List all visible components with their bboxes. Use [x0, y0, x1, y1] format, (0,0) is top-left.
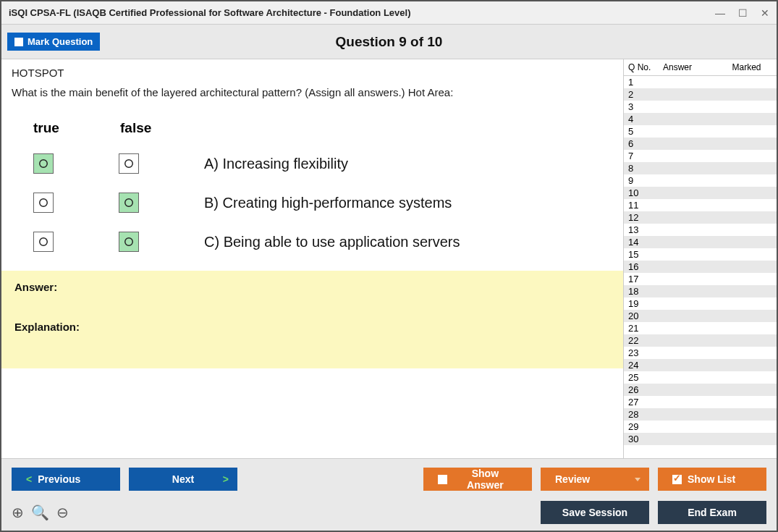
question-list-row[interactable]: 9 — [624, 174, 777, 187]
question-list-row[interactable]: 6 — [624, 138, 777, 150]
question-list-row[interactable]: 24 — [624, 359, 777, 371]
question-list[interactable]: 1234567891011121314151617181920212223242… — [624, 76, 777, 458]
radio-true-option-0[interactable] — [33, 153, 54, 174]
zoom-in-icon[interactable]: ⊕ — [12, 504, 24, 521]
question-list-row[interactable]: 3 — [624, 101, 777, 113]
qno-cell: 12 — [628, 212, 663, 223]
radio-true-option-2[interactable] — [33, 232, 54, 252]
hotspot-row: B) Creating high-performance systems — [33, 193, 613, 213]
qno-cell: 24 — [628, 360, 663, 371]
col-qno: Q No. — [628, 62, 663, 72]
qno-cell: 20 — [628, 311, 663, 321]
mark-question-button[interactable]: Mark Question — [7, 33, 100, 51]
question-list-row[interactable]: 27 — [624, 396, 777, 408]
chevron-left-icon: < — [26, 473, 32, 485]
question-type-label: HOTSPOT — [12, 67, 613, 79]
mark-question-label: Mark Question — [28, 36, 93, 47]
qno-cell: 4 — [628, 114, 663, 124]
review-label: Review — [555, 473, 590, 485]
minimize-icon[interactable]: — — [715, 7, 725, 19]
previous-button[interactable]: < Previous — [12, 468, 120, 491]
radio-false-option-2[interactable] — [119, 232, 139, 252]
titlebar: iSQI CPSA-FL (ISAQB Certified Profession… — [1, 1, 777, 25]
question-list-row[interactable]: 15 — [624, 248, 777, 261]
question-list-row[interactable]: 7 — [624, 150, 777, 162]
question-list-row[interactable]: 30 — [624, 433, 777, 445]
question-list-row[interactable]: 23 — [624, 347, 777, 359]
previous-label: Previous — [38, 473, 80, 485]
question-list-row[interactable]: 8 — [624, 162, 777, 174]
question-list-row[interactable]: 1 — [624, 76, 777, 88]
checkbox-icon — [14, 38, 23, 46]
show-list-button[interactable]: Show List — [658, 468, 766, 491]
window-controls: — ☐ ✕ — [715, 7, 769, 19]
question-list-row[interactable]: 2 — [624, 88, 777, 101]
option-text: A) Increasing flexibility — [204, 156, 348, 172]
qno-cell: 6 — [628, 138, 663, 149]
save-session-button[interactable]: Save Session — [541, 501, 649, 524]
main-panel: HOTSPOT What is the main benefit of the … — [1, 59, 623, 458]
question-list-row[interactable]: 25 — [624, 371, 777, 384]
next-label: Next — [172, 473, 194, 485]
qno-cell: 28 — [628, 409, 663, 420]
svg-point-3 — [125, 199, 133, 207]
close-icon[interactable]: ✕ — [761, 7, 769, 19]
qno-cell: 11 — [628, 200, 663, 211]
show-answer-button[interactable]: Show Answer — [423, 468, 532, 491]
question-counter: Question 9 of 10 — [336, 34, 443, 50]
next-button[interactable]: Next > — [129, 468, 237, 491]
question-list-row[interactable]: 18 — [624, 285, 777, 297]
save-session-label: Save Session — [562, 507, 627, 518]
question-list-row[interactable]: 28 — [624, 408, 777, 421]
toolbar: Mark Question Question 9 of 10 — [1, 25, 777, 59]
svg-point-0 — [40, 160, 48, 168]
qno-cell: 21 — [628, 323, 663, 334]
question-list-row[interactable]: 29 — [624, 421, 777, 433]
zoom-out-icon[interactable]: ⊖ — [56, 504, 69, 521]
maximize-icon[interactable]: ☐ — [738, 7, 748, 19]
qno-cell: 13 — [628, 224, 663, 235]
question-list-row[interactable]: 21 — [624, 322, 777, 334]
svg-point-5 — [125, 238, 133, 246]
button-row-1: < Previous Next > Show Answer Review Sho… — [12, 468, 766, 491]
qno-cell: 25 — [628, 372, 663, 383]
end-exam-button[interactable]: End Exam — [658, 501, 766, 524]
qno-cell: 17 — [628, 274, 663, 284]
qno-cell: 7 — [628, 151, 663, 161]
question-list-row[interactable]: 16 — [624, 261, 777, 273]
qno-cell: 30 — [628, 434, 663, 444]
radio-true-option-1[interactable] — [33, 193, 54, 213]
qno-cell: 19 — [628, 298, 663, 309]
question-list-row[interactable]: 12 — [624, 211, 777, 224]
radio-false-option-0[interactable] — [119, 153, 139, 174]
chevron-down-icon — [635, 478, 640, 481]
question-list-row[interactable]: 4 — [624, 113, 777, 125]
col-answer: Answer — [663, 62, 721, 72]
hotspot-header: true false — [33, 120, 613, 136]
review-button[interactable]: Review — [541, 468, 649, 491]
option-text: C) Being able to use application servers — [204, 234, 460, 250]
zoom-reset-icon[interactable]: 🔍 — [31, 504, 49, 521]
radio-false-option-1[interactable] — [119, 193, 139, 213]
svg-point-4 — [40, 238, 48, 246]
col-false-label: false — [120, 120, 164, 136]
question-list-row[interactable]: 14 — [624, 236, 777, 248]
qno-cell: 29 — [628, 421, 663, 432]
qno-cell: 15 — [628, 249, 663, 260]
col-marked: Marked — [721, 62, 772, 72]
question-list-row[interactable]: 13 — [624, 224, 777, 236]
question-list-row[interactable]: 22 — [624, 334, 777, 347]
question-list-row[interactable]: 10 — [624, 187, 777, 199]
question-list-row[interactable]: 20 — [624, 310, 777, 322]
qno-cell: 5 — [628, 126, 663, 137]
answer-label: Answer: — [14, 281, 610, 293]
option-text: B) Creating high-performance systems — [204, 195, 452, 211]
qno-cell: 22 — [628, 335, 663, 346]
qno-cell: 18 — [628, 286, 663, 297]
question-list-row[interactable]: 17 — [624, 273, 777, 285]
question-list-row[interactable]: 5 — [624, 125, 777, 138]
question-list-row[interactable]: 26 — [624, 384, 777, 396]
question-list-row[interactable]: 11 — [624, 199, 777, 211]
qno-cell: 10 — [628, 187, 663, 198]
question-list-row[interactable]: 19 — [624, 297, 777, 310]
